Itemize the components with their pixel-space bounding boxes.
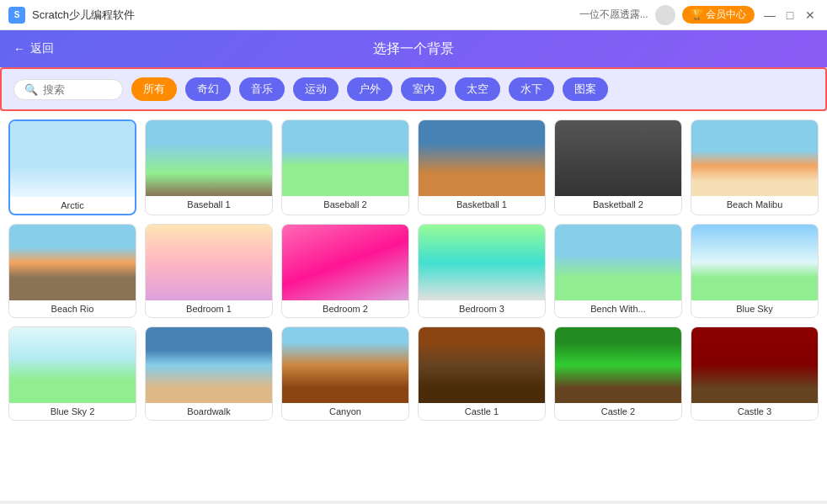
filter-space[interactable]: 太空: [455, 77, 500, 101]
title-bar-left: S Scratch少儿编程软件: [8, 7, 135, 24]
backdrop-label-castle2: Castle 2: [555, 403, 681, 420]
backdrop-item-basketball1[interactable]: Basketball 1: [418, 119, 546, 215]
backdrop-label-blue-sky: Blue Sky: [691, 300, 818, 317]
backdrop-item-arctic[interactable]: Arctic: [8, 119, 136, 215]
backdrop-item-baseball1[interactable]: Baseball 1: [145, 119, 273, 215]
backdrop-item-castle1[interactable]: Castle 1: [418, 326, 546, 421]
backdrop-label-bedroom2: Bedroom 2: [282, 300, 408, 317]
backdrop-thumb-basketball1: [419, 120, 545, 196]
backdrop-label-baseball2: Baseball 2: [282, 196, 408, 213]
backdrop-label-blue-sky2: Blue Sky 2: [9, 403, 136, 420]
backdrop-thumb-beach-rio: [9, 225, 136, 300]
backdrop-item-beach-rio[interactable]: Beach Rio: [8, 224, 136, 318]
backdrop-thumb-castle3: [691, 327, 818, 403]
backdrop-label-basketball2: Basketball 2: [555, 196, 681, 213]
backdrop-item-blue-sky2[interactable]: Blue Sky 2: [8, 326, 136, 421]
maximize-button[interactable]: □: [782, 7, 798, 24]
search-input[interactable]: [43, 83, 110, 96]
filter-all[interactable]: 所有: [131, 77, 177, 101]
backdrop-thumb-arctic: [10, 121, 135, 197]
main-content: ArcticBaseball 1Baseball 2Basketball 1Ba…: [0, 111, 827, 501]
backdrop-item-basketball2[interactable]: Basketball 2: [554, 119, 682, 215]
window-controls: — □ ✕: [761, 7, 819, 24]
minimize-button[interactable]: —: [761, 7, 778, 24]
back-button[interactable]: ← 返回: [13, 41, 54, 56]
filter-indoor[interactable]: 室内: [401, 77, 446, 101]
backdrop-item-bedroom3[interactable]: Bedroom 3: [418, 224, 546, 318]
backdrop-label-bedroom1: Bedroom 1: [146, 300, 272, 317]
member-button[interactable]: 🏆 会员中心: [682, 6, 755, 24]
filter-sports[interactable]: 运动: [293, 77, 339, 101]
filter-fantasy[interactable]: 奇幻: [185, 77, 231, 101]
backdrop-label-bedroom3: Bedroom 3: [419, 300, 545, 317]
backdrop-thumb-blue-sky: [691, 225, 818, 300]
app-logo: S: [8, 7, 25, 24]
backdrop-label-canyon: Canyon: [282, 403, 408, 420]
backdrop-thumb-blue-sky2: [9, 327, 136, 403]
backdrop-label-castle1: Castle 1: [419, 403, 545, 420]
backdrop-item-bedroom1[interactable]: Bedroom 1: [145, 224, 273, 318]
backdrop-item-canyon[interactable]: Canyon: [281, 326, 409, 421]
close-button[interactable]: ✕: [802, 7, 819, 24]
backdrop-thumb-castle1: [419, 327, 545, 403]
backdrop-label-baseball1: Baseball 1: [146, 196, 272, 213]
filter-pattern[interactable]: 图案: [563, 77, 608, 101]
backdrop-thumb-canyon: [282, 327, 408, 403]
page-title: 选择一个背景: [373, 40, 454, 58]
backdrop-thumb-bench: [555, 225, 681, 300]
backdrop-item-baseball2[interactable]: Baseball 2: [281, 119, 409, 215]
filter-outdoor[interactable]: 户外: [347, 77, 392, 101]
backdrop-label-basketball1: Basketball 1: [419, 196, 545, 213]
search-icon: 🔍: [24, 83, 38, 96]
filter-music[interactable]: 音乐: [239, 77, 285, 101]
backdrop-thumb-baseball2: [282, 120, 408, 196]
backdrop-label-castle3: Castle 3: [691, 403, 818, 420]
backdrop-item-boardwalk[interactable]: Boardwalk: [145, 326, 273, 421]
back-label: 返回: [30, 41, 54, 56]
backdrop-thumb-baseball1: [146, 120, 272, 196]
app-name: Scratch少儿编程软件: [32, 8, 135, 23]
backdrop-thumb-bedroom3: [419, 225, 545, 300]
backdrop-label-boardwalk: Boardwalk: [146, 403, 272, 420]
backdrop-item-blue-sky[interactable]: Blue Sky: [691, 224, 819, 318]
backdrop-label-bench: Bench With...: [555, 300, 681, 317]
backdrop-thumb-bedroom2: [282, 225, 408, 300]
backdrop-thumb-castle2: [555, 327, 681, 403]
avatar: [655, 5, 675, 25]
back-arrow-icon: ←: [13, 42, 25, 56]
backdrop-thumb-basketball2: [555, 120, 681, 196]
backdrop-label-beach-malibu: Beach Malibu: [691, 196, 818, 213]
backdrop-grid: ArcticBaseball 1Baseball 2Basketball 1Ba…: [8, 119, 819, 421]
backdrop-label-arctic: Arctic: [10, 197, 135, 214]
backdrop-thumb-bedroom1: [146, 225, 272, 300]
backdrop-item-castle2[interactable]: Castle 2: [554, 326, 682, 421]
backdrop-label-beach-rio: Beach Rio: [9, 300, 136, 317]
backdrop-thumb-boardwalk: [146, 327, 272, 403]
backdrop-item-beach-malibu[interactable]: Beach Malibu: [691, 119, 819, 215]
backdrop-item-bedroom2[interactable]: Bedroom 2: [281, 224, 409, 318]
title-bar-right: 一位不愿透露... 🏆 会员中心 — □ ✕: [579, 5, 819, 25]
backdrop-item-bench[interactable]: Bench With...: [554, 224, 682, 318]
backdrop-thumb-beach-malibu: [691, 120, 818, 196]
filter-bar: 🔍 所有 奇幻 音乐 运动 户外 室内 太空 水下 图案: [0, 67, 827, 111]
filter-underwater[interactable]: 水下: [509, 77, 554, 101]
search-box: 🔍: [13, 79, 123, 100]
title-bar: S Scratch少儿编程软件 一位不愿透露... 🏆 会员中心 — □ ✕: [0, 0, 827, 30]
backdrop-item-castle3[interactable]: Castle 3: [691, 326, 819, 421]
header-bar: ← 返回 选择一个背景: [0, 30, 827, 67]
user-info: 一位不愿透露...: [579, 8, 648, 22]
